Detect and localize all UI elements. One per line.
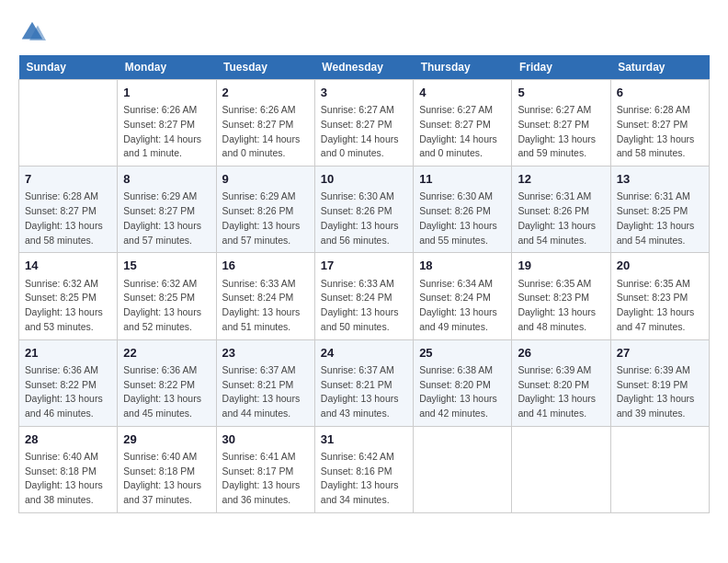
calendar-day-cell: 21Sunrise: 6:36 AM Sunset: 8:22 PM Dayli… [19, 339, 118, 426]
day-number: 27 [617, 345, 703, 362]
day-info: Sunrise: 6:33 AM Sunset: 8:24 PM Dayligh… [222, 277, 309, 335]
day-info: Sunrise: 6:26 AM Sunset: 8:27 PM Dayligh… [222, 103, 309, 161]
calendar-day-cell: 11Sunrise: 6:30 AM Sunset: 8:26 PM Dayli… [414, 167, 512, 253]
day-number: 4 [419, 85, 506, 101]
day-number: 1 [123, 85, 210, 101]
day-info: Sunrise: 6:29 AM Sunset: 8:27 PM Dayligh… [123, 190, 210, 247]
day-number: 8 [123, 171, 210, 188]
col-saturday: Saturday [610, 55, 709, 80]
day-number: 30 [222, 431, 309, 448]
calendar-day-cell: 12Sunrise: 6:31 AM Sunset: 8:26 PM Dayli… [512, 167, 610, 253]
day-number: 22 [123, 345, 210, 362]
day-info: Sunrise: 6:27 AM Sunset: 8:27 PM Dayligh… [419, 103, 506, 161]
day-number: 6 [617, 85, 703, 101]
calendar-day-cell: 2Sunrise: 6:26 AM Sunset: 8:27 PM Daylig… [216, 80, 314, 167]
calendar-day-cell: 25Sunrise: 6:38 AM Sunset: 8:20 PM Dayli… [414, 339, 512, 426]
calendar-day-cell: 16Sunrise: 6:33 AM Sunset: 8:24 PM Dayli… [216, 253, 314, 339]
calendar-week-row: 14Sunrise: 6:32 AM Sunset: 8:25 PM Dayli… [19, 253, 710, 339]
day-number: 25 [419, 345, 506, 362]
day-number: 9 [222, 171, 309, 188]
day-number: 3 [321, 85, 407, 101]
day-number: 17 [321, 258, 407, 274]
day-info: Sunrise: 6:36 AM Sunset: 8:22 PM Dayligh… [123, 363, 210, 421]
calendar-day-cell: 1Sunrise: 6:26 AM Sunset: 8:27 PM Daylig… [118, 80, 216, 167]
calendar-day-cell [512, 426, 610, 512]
day-info: Sunrise: 6:32 AM Sunset: 8:25 PM Dayligh… [123, 277, 210, 335]
calendar-day-cell: 26Sunrise: 6:39 AM Sunset: 8:20 PM Dayli… [512, 339, 610, 426]
calendar-day-cell [19, 80, 118, 167]
day-info: Sunrise: 6:35 AM Sunset: 8:23 PM Dayligh… [518, 277, 604, 335]
calendar-day-cell: 29Sunrise: 6:40 AM Sunset: 8:18 PM Dayli… [118, 426, 216, 512]
day-number: 24 [321, 345, 407, 362]
day-number: 28 [25, 431, 111, 448]
calendar-day-cell: 31Sunrise: 6:42 AM Sunset: 8:16 PM Dayli… [314, 426, 413, 512]
day-number: 2 [222, 85, 309, 101]
calendar-day-cell: 15Sunrise: 6:32 AM Sunset: 8:25 PM Dayli… [118, 253, 216, 339]
calendar-day-cell: 6Sunrise: 6:28 AM Sunset: 8:27 PM Daylig… [610, 80, 709, 167]
logo-icon [18, 18, 46, 46]
day-info: Sunrise: 6:39 AM Sunset: 8:20 PM Dayligh… [518, 363, 604, 421]
page-header [18, 18, 710, 46]
calendar-day-cell [610, 426, 709, 512]
col-sunday: Sunday [19, 55, 118, 80]
day-number: 14 [25, 258, 111, 274]
calendar-day-cell: 24Sunrise: 6:37 AM Sunset: 8:21 PM Dayli… [314, 339, 413, 426]
col-monday: Monday [118, 55, 216, 80]
day-number: 16 [222, 258, 309, 274]
calendar-day-cell: 8Sunrise: 6:29 AM Sunset: 8:27 PM Daylig… [118, 167, 216, 253]
day-info: Sunrise: 6:32 AM Sunset: 8:25 PM Dayligh… [25, 277, 111, 335]
day-info: Sunrise: 6:42 AM Sunset: 8:16 PM Dayligh… [321, 450, 407, 508]
day-number: 29 [123, 431, 210, 448]
calendar-day-cell: 19Sunrise: 6:35 AM Sunset: 8:23 PM Dayli… [512, 253, 610, 339]
day-number: 15 [123, 258, 210, 274]
calendar-day-cell: 3Sunrise: 6:27 AM Sunset: 8:27 PM Daylig… [314, 80, 413, 167]
calendar-day-cell: 23Sunrise: 6:37 AM Sunset: 8:21 PM Dayli… [216, 339, 314, 426]
col-wednesday: Wednesday [314, 55, 413, 80]
day-info: Sunrise: 6:26 AM Sunset: 8:27 PM Dayligh… [123, 103, 210, 161]
header-row: Sunday Monday Tuesday Wednesday Thursday… [19, 55, 710, 80]
calendar-day-cell: 27Sunrise: 6:39 AM Sunset: 8:19 PM Dayli… [610, 339, 709, 426]
col-friday: Friday [512, 55, 610, 80]
calendar-day-cell: 18Sunrise: 6:34 AM Sunset: 8:24 PM Dayli… [414, 253, 512, 339]
day-info: Sunrise: 6:35 AM Sunset: 8:23 PM Dayligh… [617, 277, 703, 335]
day-number: 23 [222, 345, 309, 362]
day-info: Sunrise: 6:40 AM Sunset: 8:18 PM Dayligh… [25, 450, 111, 508]
calendar-table: Sunday Monday Tuesday Wednesday Thursday… [18, 55, 710, 513]
day-info: Sunrise: 6:33 AM Sunset: 8:24 PM Dayligh… [321, 277, 407, 335]
calendar-day-cell: 20Sunrise: 6:35 AM Sunset: 8:23 PM Dayli… [610, 253, 709, 339]
day-number: 18 [419, 258, 506, 274]
day-info: Sunrise: 6:37 AM Sunset: 8:21 PM Dayligh… [222, 363, 309, 421]
day-number: 26 [518, 345, 604, 362]
day-number: 5 [518, 85, 604, 101]
day-info: Sunrise: 6:29 AM Sunset: 8:26 PM Dayligh… [222, 190, 309, 247]
day-info: Sunrise: 6:36 AM Sunset: 8:22 PM Dayligh… [25, 363, 111, 421]
calendar-day-cell: 9Sunrise: 6:29 AM Sunset: 8:26 PM Daylig… [216, 167, 314, 253]
logo [18, 18, 51, 46]
calendar-day-cell [414, 426, 512, 512]
day-number: 11 [419, 171, 506, 188]
col-tuesday: Tuesday [216, 55, 314, 80]
day-info: Sunrise: 6:28 AM Sunset: 8:27 PM Dayligh… [617, 103, 703, 161]
day-number: 20 [617, 258, 703, 274]
day-info: Sunrise: 6:40 AM Sunset: 8:18 PM Dayligh… [123, 450, 210, 508]
day-number: 10 [321, 171, 407, 188]
day-number: 12 [518, 171, 604, 188]
day-info: Sunrise: 6:27 AM Sunset: 8:27 PM Dayligh… [518, 103, 604, 161]
day-info: Sunrise: 6:30 AM Sunset: 8:26 PM Dayligh… [321, 190, 407, 247]
col-thursday: Thursday [414, 55, 512, 80]
day-info: Sunrise: 6:39 AM Sunset: 8:19 PM Dayligh… [617, 363, 703, 421]
day-number: 31 [321, 431, 407, 448]
calendar-day-cell: 13Sunrise: 6:31 AM Sunset: 8:25 PM Dayli… [610, 167, 709, 253]
day-info: Sunrise: 6:34 AM Sunset: 8:24 PM Dayligh… [419, 277, 506, 335]
day-info: Sunrise: 6:38 AM Sunset: 8:20 PM Dayligh… [419, 363, 506, 421]
calendar-day-cell: 4Sunrise: 6:27 AM Sunset: 8:27 PM Daylig… [414, 80, 512, 167]
day-info: Sunrise: 6:37 AM Sunset: 8:21 PM Dayligh… [321, 363, 407, 421]
day-info: Sunrise: 6:27 AM Sunset: 8:27 PM Dayligh… [321, 103, 407, 161]
day-info: Sunrise: 6:31 AM Sunset: 8:26 PM Dayligh… [518, 190, 604, 247]
day-info: Sunrise: 6:41 AM Sunset: 8:17 PM Dayligh… [222, 450, 309, 508]
day-info: Sunrise: 6:30 AM Sunset: 8:26 PM Dayligh… [419, 190, 506, 247]
calendar-day-cell: 14Sunrise: 6:32 AM Sunset: 8:25 PM Dayli… [19, 253, 118, 339]
calendar-day-cell: 10Sunrise: 6:30 AM Sunset: 8:26 PM Dayli… [314, 167, 413, 253]
calendar-week-row: 1Sunrise: 6:26 AM Sunset: 8:27 PM Daylig… [19, 80, 710, 167]
day-info: Sunrise: 6:31 AM Sunset: 8:25 PM Dayligh… [617, 190, 703, 247]
